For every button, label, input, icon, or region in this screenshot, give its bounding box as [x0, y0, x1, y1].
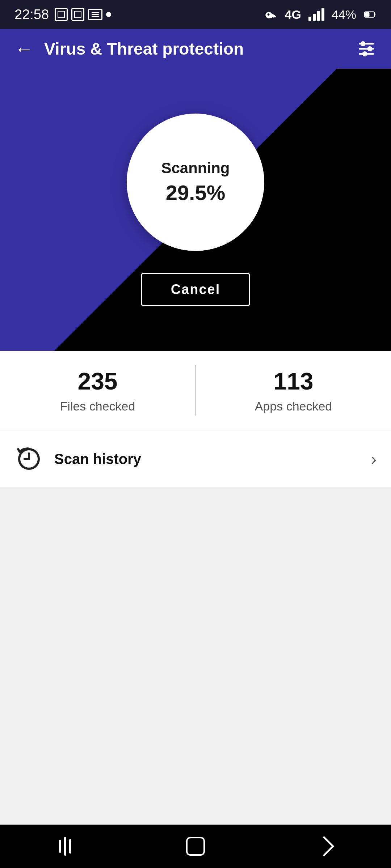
- scan-history-label: Scan history: [54, 451, 371, 467]
- status-icon-2: [71, 8, 84, 21]
- nav-back-button[interactable]: [308, 832, 344, 861]
- svg-point-7: [368, 47, 371, 50]
- nav-line-1: [59, 840, 61, 853]
- svg-point-6: [361, 42, 365, 45]
- signal-bar-2: [313, 14, 316, 21]
- back-button[interactable]: ←: [14, 39, 33, 58]
- status-icon-3: [88, 9, 102, 20]
- nav-line-2: [64, 837, 66, 856]
- content-area: [0, 488, 391, 825]
- scan-history-row[interactable]: Scan history ›: [0, 430, 391, 488]
- files-checked-label: Files checked: [60, 399, 135, 413]
- page-header: ← Virus & Threat protection: [0, 29, 391, 69]
- page-title: Virus & Threat protection: [44, 39, 356, 59]
- files-checked-stat: 235 Files checked: [0, 351, 195, 430]
- status-icon-1: [55, 8, 68, 21]
- status-icons: [55, 8, 111, 21]
- nav-line-3: [69, 839, 71, 854]
- svg-rect-2: [365, 12, 370, 17]
- apps-checked-stat: 113 Apps checked: [196, 351, 391, 430]
- signal-bars: [308, 8, 324, 21]
- apps-checked-number: 113: [273, 367, 313, 395]
- nav-bar: [0, 825, 391, 868]
- signal-bar-4: [321, 8, 324, 21]
- status-time: 22:58: [14, 7, 49, 22]
- scan-circle: Scanning 29.5%: [127, 114, 264, 251]
- scanning-label: Scanning: [161, 159, 230, 177]
- status-left: 22:58: [14, 7, 111, 22]
- settings-icon[interactable]: [356, 39, 377, 59]
- history-clock-icon: [16, 446, 42, 472]
- nav-recent-button[interactable]: [47, 832, 83, 861]
- network-type: 4G: [285, 8, 301, 22]
- scan-percentage: 29.5%: [166, 180, 225, 205]
- nav-home-button[interactable]: [177, 832, 214, 861]
- nav-lines: [59, 837, 71, 856]
- signal-bar-1: [308, 17, 311, 21]
- cancel-button[interactable]: Cancel: [141, 273, 251, 306]
- svg-point-8: [363, 52, 366, 55]
- history-icon-wrap: [14, 444, 43, 473]
- battery-icon: [363, 8, 377, 21]
- battery-level: 44%: [332, 8, 356, 22]
- signal-bar-3: [317, 11, 320, 21]
- status-right: 4G 44%: [265, 8, 377, 22]
- status-dot: [106, 12, 111, 17]
- nav-chevron-icon: [314, 836, 335, 857]
- apps-checked-label: Apps checked: [255, 399, 332, 413]
- scan-hero: Scanning 29.5% Cancel: [0, 69, 391, 351]
- svg-rect-1: [374, 13, 375, 16]
- nav-square: [186, 837, 205, 856]
- status-bar: 22:58 4G 44%: [0, 0, 391, 29]
- stats-row: 235 Files checked 113 Apps checked: [0, 351, 391, 430]
- chevron-right-icon: ›: [371, 449, 377, 469]
- files-checked-number: 235: [77, 367, 117, 395]
- key-icon: [265, 8, 278, 21]
